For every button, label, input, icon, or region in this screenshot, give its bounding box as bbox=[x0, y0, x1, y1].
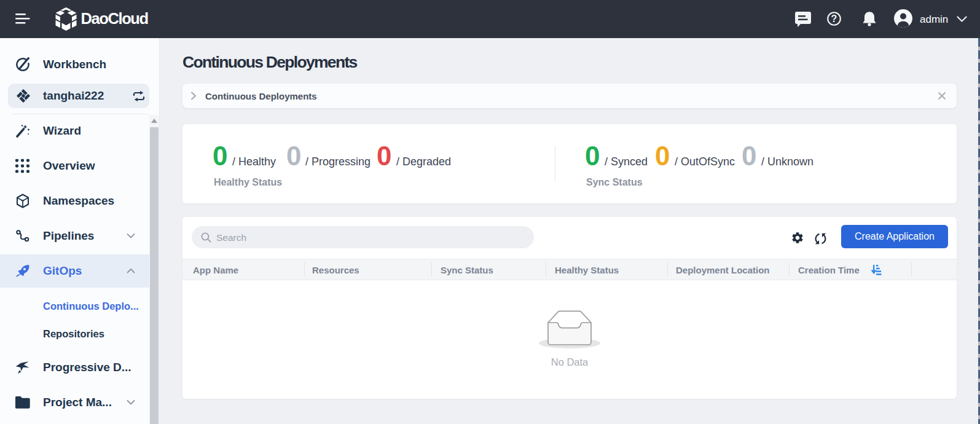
svg-text:?: ? bbox=[831, 14, 837, 24]
